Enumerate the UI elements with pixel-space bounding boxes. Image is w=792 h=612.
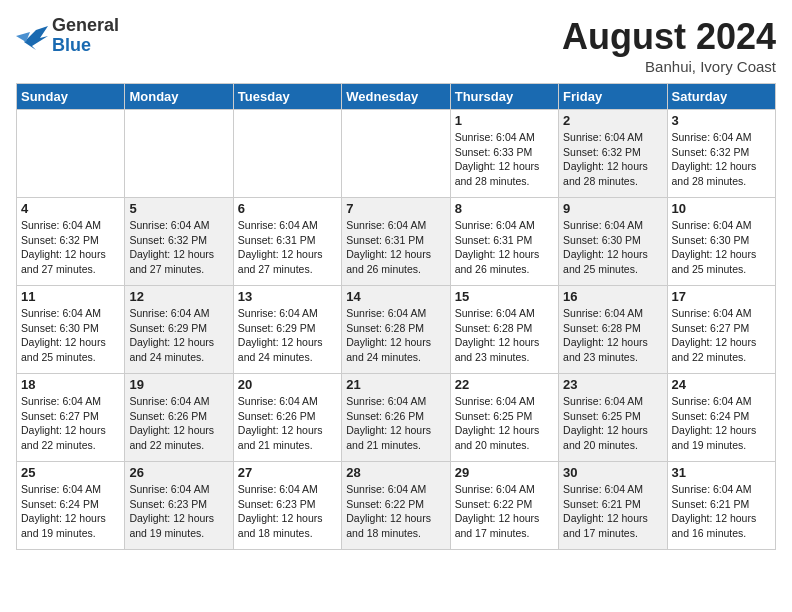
day-number: 5 [129,201,228,216]
day-cell [125,110,233,198]
day-info: Sunrise: 6:04 AM Sunset: 6:32 PM Dayligh… [672,130,771,189]
day-cell: 15Sunrise: 6:04 AM Sunset: 6:28 PM Dayli… [450,286,558,374]
day-info: Sunrise: 6:04 AM Sunset: 6:27 PM Dayligh… [21,394,120,453]
day-number: 18 [21,377,120,392]
day-cell: 10Sunrise: 6:04 AM Sunset: 6:30 PM Dayli… [667,198,775,286]
day-info: Sunrise: 6:04 AM Sunset: 6:32 PM Dayligh… [21,218,120,277]
day-cell: 28Sunrise: 6:04 AM Sunset: 6:22 PM Dayli… [342,462,450,550]
column-header-thursday: Thursday [450,84,558,110]
logo-icon [16,22,48,50]
header-row: SundayMondayTuesdayWednesdayThursdayFrid… [17,84,776,110]
day-info: Sunrise: 6:04 AM Sunset: 6:29 PM Dayligh… [129,306,228,365]
day-info: Sunrise: 6:04 AM Sunset: 6:25 PM Dayligh… [455,394,554,453]
day-number: 3 [672,113,771,128]
logo-line1: General [52,16,119,36]
day-number: 28 [346,465,445,480]
day-cell: 16Sunrise: 6:04 AM Sunset: 6:28 PM Dayli… [559,286,667,374]
day-number: 9 [563,201,662,216]
day-number: 15 [455,289,554,304]
day-info: Sunrise: 6:04 AM Sunset: 6:26 PM Dayligh… [129,394,228,453]
column-header-sunday: Sunday [17,84,125,110]
day-info: Sunrise: 6:04 AM Sunset: 6:21 PM Dayligh… [563,482,662,541]
day-cell: 23Sunrise: 6:04 AM Sunset: 6:25 PM Dayli… [559,374,667,462]
day-info: Sunrise: 6:04 AM Sunset: 6:27 PM Dayligh… [672,306,771,365]
day-number: 22 [455,377,554,392]
day-number: 26 [129,465,228,480]
day-cell: 3Sunrise: 6:04 AM Sunset: 6:32 PM Daylig… [667,110,775,198]
day-cell: 17Sunrise: 6:04 AM Sunset: 6:27 PM Dayli… [667,286,775,374]
day-cell: 22Sunrise: 6:04 AM Sunset: 6:25 PM Dayli… [450,374,558,462]
day-info: Sunrise: 6:04 AM Sunset: 6:30 PM Dayligh… [563,218,662,277]
day-number: 14 [346,289,445,304]
day-info: Sunrise: 6:04 AM Sunset: 6:28 PM Dayligh… [563,306,662,365]
week-row-1: 1Sunrise: 6:04 AM Sunset: 6:33 PM Daylig… [17,110,776,198]
day-cell: 13Sunrise: 6:04 AM Sunset: 6:29 PM Dayli… [233,286,341,374]
day-cell: 6Sunrise: 6:04 AM Sunset: 6:31 PM Daylig… [233,198,341,286]
day-number: 23 [563,377,662,392]
day-cell: 29Sunrise: 6:04 AM Sunset: 6:22 PM Dayli… [450,462,558,550]
day-info: Sunrise: 6:04 AM Sunset: 6:30 PM Dayligh… [21,306,120,365]
day-cell: 11Sunrise: 6:04 AM Sunset: 6:30 PM Dayli… [17,286,125,374]
day-info: Sunrise: 6:04 AM Sunset: 6:23 PM Dayligh… [238,482,337,541]
day-info: Sunrise: 6:04 AM Sunset: 6:29 PM Dayligh… [238,306,337,365]
day-info: Sunrise: 6:04 AM Sunset: 6:26 PM Dayligh… [346,394,445,453]
column-header-friday: Friday [559,84,667,110]
column-header-wednesday: Wednesday [342,84,450,110]
day-cell: 9Sunrise: 6:04 AM Sunset: 6:30 PM Daylig… [559,198,667,286]
day-info: Sunrise: 6:04 AM Sunset: 6:30 PM Dayligh… [672,218,771,277]
day-cell: 12Sunrise: 6:04 AM Sunset: 6:29 PM Dayli… [125,286,233,374]
column-header-monday: Monday [125,84,233,110]
day-number: 8 [455,201,554,216]
month-title: August 2024 [562,16,776,58]
day-cell: 20Sunrise: 6:04 AM Sunset: 6:26 PM Dayli… [233,374,341,462]
day-number: 16 [563,289,662,304]
day-info: Sunrise: 6:04 AM Sunset: 6:23 PM Dayligh… [129,482,228,541]
day-cell: 27Sunrise: 6:04 AM Sunset: 6:23 PM Dayli… [233,462,341,550]
day-cell: 18Sunrise: 6:04 AM Sunset: 6:27 PM Dayli… [17,374,125,462]
day-info: Sunrise: 6:04 AM Sunset: 6:22 PM Dayligh… [455,482,554,541]
day-number: 12 [129,289,228,304]
day-cell: 5Sunrise: 6:04 AM Sunset: 6:32 PM Daylig… [125,198,233,286]
week-row-5: 25Sunrise: 6:04 AM Sunset: 6:24 PM Dayli… [17,462,776,550]
day-number: 20 [238,377,337,392]
day-info: Sunrise: 6:04 AM Sunset: 6:33 PM Dayligh… [455,130,554,189]
day-number: 30 [563,465,662,480]
day-number: 4 [21,201,120,216]
day-number: 25 [21,465,120,480]
day-info: Sunrise: 6:04 AM Sunset: 6:31 PM Dayligh… [455,218,554,277]
day-info: Sunrise: 6:04 AM Sunset: 6:22 PM Dayligh… [346,482,445,541]
logo-text: General Blue [52,16,119,56]
day-number: 1 [455,113,554,128]
week-row-3: 11Sunrise: 6:04 AM Sunset: 6:30 PM Dayli… [17,286,776,374]
day-info: Sunrise: 6:04 AM Sunset: 6:24 PM Dayligh… [672,394,771,453]
day-info: Sunrise: 6:04 AM Sunset: 6:26 PM Dayligh… [238,394,337,453]
day-number: 21 [346,377,445,392]
day-info: Sunrise: 6:04 AM Sunset: 6:21 PM Dayligh… [672,482,771,541]
day-number: 11 [21,289,120,304]
day-number: 19 [129,377,228,392]
day-number: 29 [455,465,554,480]
day-number: 31 [672,465,771,480]
day-info: Sunrise: 6:04 AM Sunset: 6:31 PM Dayligh… [346,218,445,277]
day-number: 24 [672,377,771,392]
day-info: Sunrise: 6:04 AM Sunset: 6:28 PM Dayligh… [346,306,445,365]
day-number: 7 [346,201,445,216]
day-cell [233,110,341,198]
day-cell: 7Sunrise: 6:04 AM Sunset: 6:31 PM Daylig… [342,198,450,286]
day-cell: 31Sunrise: 6:04 AM Sunset: 6:21 PM Dayli… [667,462,775,550]
week-row-4: 18Sunrise: 6:04 AM Sunset: 6:27 PM Dayli… [17,374,776,462]
day-info: Sunrise: 6:04 AM Sunset: 6:28 PM Dayligh… [455,306,554,365]
day-cell: 19Sunrise: 6:04 AM Sunset: 6:26 PM Dayli… [125,374,233,462]
location: Banhui, Ivory Coast [562,58,776,75]
day-info: Sunrise: 6:04 AM Sunset: 6:25 PM Dayligh… [563,394,662,453]
day-number: 17 [672,289,771,304]
day-cell: 26Sunrise: 6:04 AM Sunset: 6:23 PM Dayli… [125,462,233,550]
day-cell: 2Sunrise: 6:04 AM Sunset: 6:32 PM Daylig… [559,110,667,198]
page-header: General Blue August 2024 Banhui, Ivory C… [16,16,776,75]
day-number: 10 [672,201,771,216]
day-cell [17,110,125,198]
day-info: Sunrise: 6:04 AM Sunset: 6:24 PM Dayligh… [21,482,120,541]
day-cell: 25Sunrise: 6:04 AM Sunset: 6:24 PM Dayli… [17,462,125,550]
day-info: Sunrise: 6:04 AM Sunset: 6:31 PM Dayligh… [238,218,337,277]
day-cell: 21Sunrise: 6:04 AM Sunset: 6:26 PM Dayli… [342,374,450,462]
